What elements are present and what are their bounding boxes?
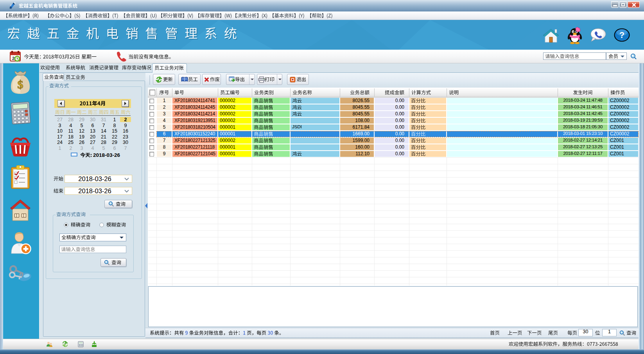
svg-text:$: $ <box>18 78 23 91</box>
svg-text:2: 2 <box>12 56 14 61</box>
svg-text:?: ? <box>619 30 624 40</box>
